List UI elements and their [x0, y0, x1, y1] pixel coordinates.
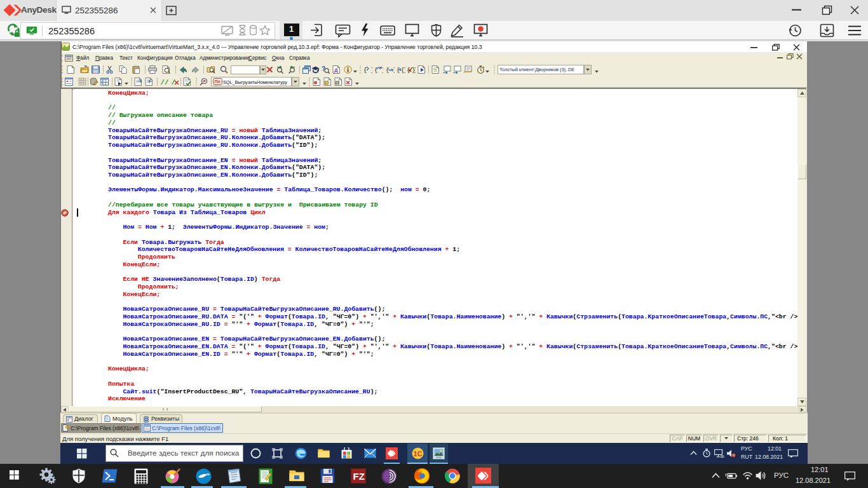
svg-text:FZ: FZ	[353, 471, 365, 482]
svg-text:Д: Д	[334, 67, 338, 73]
svg-text:Пп: Пп	[215, 79, 220, 84]
svg-text://: //	[161, 79, 169, 86]
svg-text:}: }	[412, 67, 416, 74]
svg-text:{: {	[401, 67, 405, 74]
svg-text:1С: 1С	[414, 450, 423, 458]
svg-text:{ }: { }	[374, 67, 383, 74]
